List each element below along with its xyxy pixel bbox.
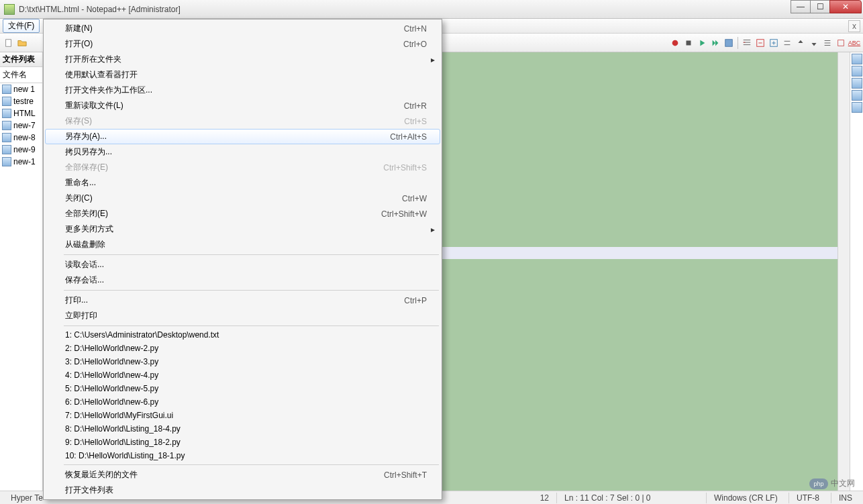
file-name: testre	[13, 97, 34, 106]
menu-item[interactable]: 10: D:\HelloWorld\Listing_18-1.py	[45, 449, 440, 462]
menu-item[interactable]: 使用默认查看器打开	[45, 67, 440, 83]
toggle-1-icon[interactable]	[781, 37, 793, 49]
menu-item-label: 更多关闭方式	[65, 223, 427, 235]
open-folder-icon[interactable]	[16, 37, 28, 49]
watermark-text: 中文网	[831, 478, 855, 489]
menu-item-label: 保存(S)	[65, 115, 391, 127]
menu-item-shortcut: Ctrl+Shift+S	[383, 163, 427, 172]
indent-icon[interactable]	[741, 37, 753, 49]
menu-item[interactable]: 1: C:\Users\Administrator\Desktop\wend.t…	[45, 328, 440, 342]
menu-item-label: 从磁盘删除	[65, 239, 427, 250]
doc-icon[interactable]	[852, 78, 862, 89]
file-menu-dropdown: 新建(N)Ctrl+N打开(O)Ctrl+O打开所在文件夹▸使用默认查看器打开打…	[43, 19, 442, 500]
toggle-2-icon[interactable]	[821, 37, 833, 49]
menu-item-label: 另存为(A)...	[65, 131, 376, 142]
menu-separator	[64, 325, 439, 326]
menu-item[interactable]: 读取会话...	[45, 257, 440, 272]
maximize-button[interactable]: ☐	[810, 0, 830, 13]
file-name: new-9	[13, 145, 36, 154]
menu-item-shortcut: Ctrl+W	[402, 194, 427, 203]
menu-item[interactable]: 关闭(C)Ctrl+W	[45, 191, 440, 206]
record-icon[interactable]	[669, 37, 681, 49]
expand-icon[interactable]	[768, 37, 780, 49]
file-icon	[2, 133, 11, 142]
menu-item-shortcut: Ctrl+S	[404, 117, 427, 126]
menu-item[interactable]: 5: D:\HelloWorld\new-5.py	[45, 382, 440, 395]
arrow-up-icon[interactable]	[795, 37, 807, 49]
menu-item[interactable]: 拷贝另存为...	[45, 144, 440, 160]
menu-item[interactable]: 新建(N)Ctrl+N	[45, 21, 440, 36]
doc-icon[interactable]	[852, 66, 862, 77]
stop-icon[interactable]	[682, 37, 695, 49]
menu-item[interactable]: 重新读取文件(L)Ctrl+R	[45, 98, 440, 113]
file-item[interactable]: new-8	[0, 132, 42, 144]
column-filename[interactable]: 文件名	[0, 67, 42, 83]
statusbar-separator	[831, 493, 831, 503]
file-item[interactable]: new-1	[0, 156, 42, 168]
menu-item[interactable]: 恢复最近关闭的文件Ctrl+Shift+T	[45, 467, 440, 483]
menu-item-label: 10: D:\HelloWorld\Listing_18-1.py	[65, 451, 427, 460]
file-name: new-8	[13, 133, 36, 142]
minimize-button[interactable]: —	[791, 0, 811, 13]
app-icon	[4, 4, 15, 15]
menu-item[interactable]: 另存为(A)...Ctrl+Alt+S	[45, 129, 440, 144]
statusbar-separator	[706, 493, 707, 503]
menu-item-label: 打开文件夹作为工作区...	[65, 85, 427, 96]
menu-item[interactable]: 重命名...	[45, 175, 440, 191]
fast-forward-icon[interactable]	[709, 37, 721, 49]
menu-item[interactable]: 打开文件列表	[45, 483, 440, 498]
vertical-scrollbar[interactable]	[837, 52, 850, 491]
svg-rect-6	[838, 40, 844, 46]
menu-item-label: 9: D:\HelloWorld\Listing_18-2.py	[65, 438, 427, 447]
menu-item[interactable]: 保存会话...	[45, 272, 440, 288]
menu-item[interactable]: 2: D:\HelloWorld\new-2.py	[45, 342, 440, 355]
menu-item[interactable]: 9: D:\HelloWorld\Listing_18-2.py	[45, 436, 440, 449]
file-item[interactable]: HTML	[0, 107, 42, 119]
menu-item[interactable]: 4: D:\HelloWorld\new-4.py	[45, 368, 440, 382]
play-icon[interactable]	[696, 37, 708, 49]
menu-file[interactable]: 文件(F)	[3, 19, 40, 33]
file-item[interactable]: testre	[0, 95, 42, 107]
menu-item[interactable]: 打印...Ctrl+P	[45, 293, 440, 308]
paragraph-icon[interactable]	[835, 37, 847, 49]
menu-item[interactable]: 7: D:\HelloWorld\MyFirstGui.ui	[45, 409, 440, 422]
file-item[interactable]: new 1	[0, 83, 42, 95]
menu-item-label: 2: D:\HelloWorld\new-2.py	[65, 344, 427, 353]
menu-item[interactable]: 立即打印	[45, 308, 440, 323]
menu-item-label: 7: D:\HelloWorld\MyFirstGui.ui	[65, 411, 427, 420]
save-macro-icon[interactable]	[723, 37, 735, 49]
menu-item[interactable]: 打开所在文件夹▸	[45, 52, 440, 67]
close-tab-button[interactable]: x	[848, 20, 860, 32]
file-name: HTML	[13, 109, 36, 118]
close-button[interactable]: ✕	[829, 0, 862, 13]
menu-item[interactable]: 更多关闭方式▸	[45, 221, 440, 237]
menu-item-label: 打开所在文件夹	[65, 54, 427, 65]
file-list-panel: 文件列表 文件名 new 1 testre HTML new-7 new-8 n…	[0, 52, 43, 491]
menu-item[interactable]: 8: D:\HelloWorld\Listing_18-4.py	[45, 422, 440, 436]
menu-item[interactable]: 6: D:\HelloWorld\new-6.py	[45, 395, 440, 409]
collapse-icon[interactable]	[754, 37, 766, 49]
menu-item[interactable]: 打开(O)Ctrl+O	[45, 36, 440, 52]
new-file-icon[interactable]	[3, 37, 15, 49]
file-name: new 1	[13, 85, 35, 94]
menu-item[interactable]: 从磁盘删除	[45, 237, 440, 252]
menu-item[interactable]: 打开文件夹作为工作区...	[45, 83, 440, 98]
menu-item-label: 4: D:\HelloWorld\new-4.py	[65, 370, 427, 380]
abc-icon[interactable]: ABC	[848, 37, 860, 49]
doc-icon[interactable]	[852, 54, 862, 64]
arrow-down-icon[interactable]	[808, 37, 820, 49]
file-item[interactable]: new-9	[0, 144, 42, 156]
file-icon	[2, 97, 11, 106]
status-position: Ln : 11 Col : 7 Sel : 0 | 0	[558, 493, 705, 503]
menu-item[interactable]: 全部关闭(E)Ctrl+Shift+W	[45, 206, 440, 221]
menu-item-shortcut: Ctrl+Alt+S	[390, 132, 427, 142]
menu-item[interactable]: 3: D:\HelloWorld\new-3.py	[45, 355, 440, 368]
file-icon	[2, 85, 11, 94]
tabbar-close-area: x	[848, 20, 860, 32]
svg-point-1	[672, 40, 678, 46]
doc-icon[interactable]	[852, 102, 862, 113]
menu-separator	[64, 464, 439, 465]
file-item[interactable]: new-7	[0, 119, 42, 132]
doc-icon[interactable]	[852, 90, 862, 101]
php-logo-icon: php	[809, 478, 828, 489]
